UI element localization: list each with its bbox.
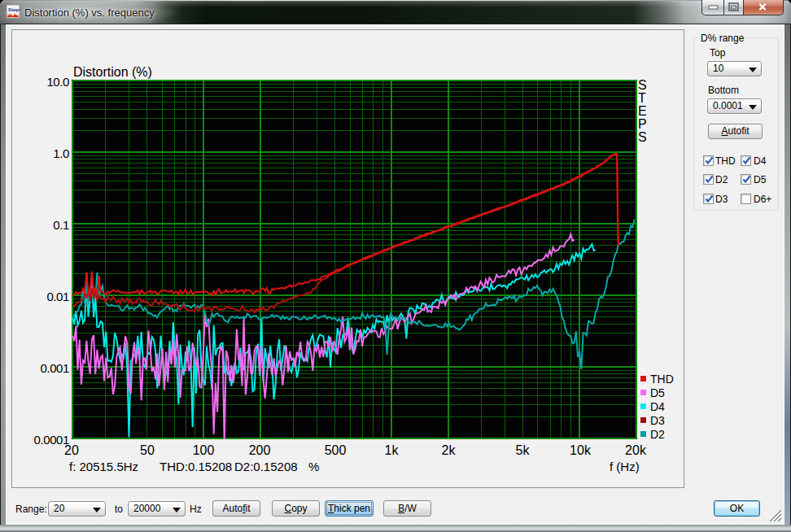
svg-text:Steps: Steps (8, 7, 20, 12)
